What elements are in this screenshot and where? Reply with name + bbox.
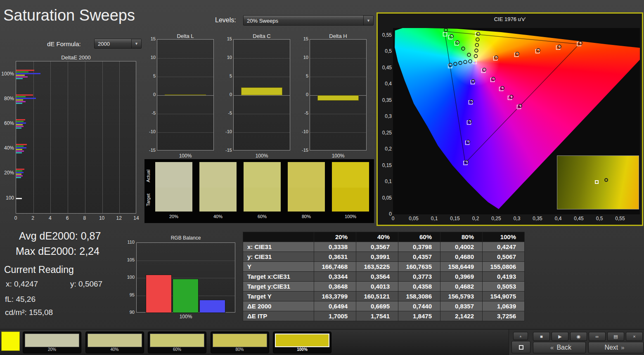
levels-label: Levels: — [215, 16, 236, 24]
current-reading-y: y: 0,5067 — [70, 280, 102, 289]
bar — [16, 152, 22, 153]
swatch-button-label: 40% — [86, 347, 144, 352]
cell-value: 0,4680 — [440, 252, 483, 262]
loop-icon[interactable]: ∞ — [589, 332, 606, 341]
target-marker — [482, 69, 485, 73]
bar — [16, 198, 22, 199]
column-header: 60% — [398, 232, 440, 242]
page-title: Saturation Sweeps — [3, 7, 135, 24]
bar — [16, 170, 22, 172]
collapse-button[interactable]: ▴ — [513, 332, 528, 340]
cell-value: 0,4013 — [356, 282, 398, 292]
actual-swatch — [288, 162, 325, 188]
measurement-marker — [462, 47, 465, 50]
current-reading-x: x: 0,4247 — [6, 280, 38, 289]
bar — [16, 98, 36, 99]
bar — [16, 96, 26, 97]
target-swatch — [155, 188, 192, 212]
next-button[interactable]: Next» — [588, 342, 644, 353]
bar — [173, 279, 199, 313]
y-axis-labels: 100%80%60%40%20%100 — [0, 54, 14, 223]
axis-tick-label: 0,2 — [379, 146, 392, 152]
bar — [16, 146, 24, 147]
axis-tick-label: -5 — [300, 110, 308, 115]
stop-icon[interactable]: ■ — [533, 332, 550, 341]
stop-large-button[interactable] — [511, 341, 530, 353]
saturation-level-button-100%[interactable]: 100% — [273, 331, 331, 353]
saturation-level-button-20%[interactable]: 20% — [23, 331, 81, 353]
cell-value: 1,8475 — [398, 311, 440, 321]
axis-tick-label: 15 — [147, 36, 156, 41]
icon-button-row: ■▶◉∞▤× — [533, 332, 644, 341]
grid-line — [310, 114, 366, 114]
bar — [16, 169, 24, 170]
row-label: y: CIE31 — [243, 252, 314, 262]
record-icon[interactable]: ◉ — [570, 332, 587, 341]
bar — [16, 76, 28, 78]
cie-plot-area — [393, 28, 640, 214]
cell-value: 3,7256 — [483, 311, 525, 321]
bar — [16, 101, 26, 102]
axis-tick-label: 0 — [11, 215, 21, 221]
bar — [16, 174, 21, 175]
chevron-down-icon: ▼ — [367, 19, 370, 23]
row-label: x: CIE31 — [243, 242, 314, 252]
swatch-label: 80% — [288, 214, 325, 219]
close-icon[interactable]: × — [626, 332, 643, 341]
grid-icon[interactable]: ▤ — [607, 332, 624, 341]
cell-value: 0,7440 — [398, 301, 440, 311]
swatch-button-label: 20% — [23, 347, 81, 352]
cell-value: 0,3567 — [356, 242, 398, 252]
swatch-label: 40% — [199, 214, 237, 219]
axis-tick-label: -10 — [147, 129, 156, 134]
swatch-pair-80%: 80% — [288, 159, 325, 223]
axis-tick-label: 5 — [300, 73, 308, 78]
row-label: Target x:CIE31 — [243, 272, 314, 282]
cell-value: 1,7541 — [356, 311, 398, 321]
cell-value: 1,0639 — [483, 301, 525, 311]
saturation-level-button-80%[interactable]: 80% — [211, 331, 269, 353]
axis-tick-label: 100% — [0, 71, 14, 77]
stop-large-icon — [519, 345, 523, 350]
bar — [16, 177, 21, 178]
de-formula-dropdown[interactable]: 2000 ▼ — [94, 39, 142, 49]
saturation-level-button-40%[interactable]: 40% — [85, 331, 144, 353]
axis-tick-label: 0,55 — [613, 216, 627, 221]
levels-dropdown[interactable]: 20% Sweeps ▼ — [243, 15, 374, 26]
measurement-marker — [454, 62, 457, 66]
cell-value: 0,4682 — [440, 282, 483, 292]
bar — [16, 70, 34, 71]
cie-zoom-inset — [557, 155, 639, 209]
grid-line — [68, 61, 68, 213]
axis-tick-label: 0,55 — [379, 32, 392, 38]
axis-tick-label: 4 — [45, 215, 55, 221]
play-icon[interactable]: ▶ — [552, 332, 568, 341]
cell-value: 166,7468 — [314, 262, 356, 272]
swatch-button-label: 60% — [148, 347, 206, 352]
bar — [16, 71, 28, 73]
axis-tick-label: 0,35 — [379, 97, 392, 103]
swatch-button-label: 100% — [273, 347, 331, 352]
axis-tick-label: 20% — [0, 170, 14, 176]
saturation-level-button-60%[interactable]: 60% — [148, 331, 206, 353]
back-button[interactable]: «Back — [533, 342, 586, 353]
bar — [16, 94, 33, 96]
grid-line — [157, 58, 213, 59]
target-marker — [515, 53, 519, 56]
plot-area — [136, 242, 235, 313]
axis-tick-label: 90 — [124, 310, 135, 315]
current-reading-cdm2: cd/m²: 155,08 — [5, 308, 53, 317]
target-marker — [455, 42, 459, 45]
measurement-marker — [475, 49, 478, 52]
axis-tick-label: 0,25 — [489, 216, 504, 221]
grid-line — [234, 114, 290, 114]
table-row: ΔE ITP1,70051,75411,84752,14223,7256 — [243, 311, 525, 321]
dropdown-arrow-box: ▼ — [363, 16, 373, 25]
table-row: Target y:CIE310,36480,40130,43580,46820,… — [243, 282, 525, 292]
axis-tick-label: 0,5 — [379, 48, 392, 54]
chart-title: Delta H — [310, 33, 367, 39]
swatch-color — [275, 334, 329, 347]
cell-value: 158,6449 — [440, 262, 483, 272]
cell-value: 0,6695 — [356, 301, 398, 311]
axis-tick-label: 0,4 — [551, 216, 566, 221]
